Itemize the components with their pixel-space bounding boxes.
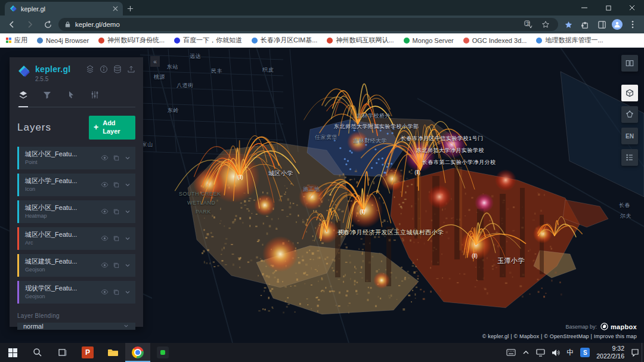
volume-icon[interactable]: [552, 349, 560, 357]
start-button[interactable]: [0, 343, 25, 362]
bookmark-star-icon[interactable]: [539, 18, 552, 31]
bookmark-item[interactable]: 长春净月区CIM基...: [252, 36, 317, 45]
data-table-icon[interactable]: [113, 65, 122, 76]
visibility-toggle-icon[interactable]: [101, 181, 109, 188]
visibility-toggle-icon[interactable]: [101, 208, 109, 215]
display-icon[interactable]: [536, 349, 545, 357]
forward-icon[interactable]: [23, 17, 37, 32]
expand-layer-icon[interactable]: [124, 235, 131, 242]
visibility-toggle-icon[interactable]: [101, 261, 109, 269]
duplicate-layer-icon[interactable]: [113, 262, 120, 269]
search-icon: [33, 348, 42, 357]
close-icon[interactable]: [620, 0, 644, 16]
split-map-button[interactable]: [621, 55, 638, 72]
visibility-toggle-icon[interactable]: [101, 288, 109, 296]
tab-interactions[interactable]: [66, 90, 76, 102]
layer-name: 城区小区_Featu...: [25, 231, 77, 239]
bookmark-label: 地理数据库管理一...: [545, 36, 603, 45]
layer-item[interactable]: 城区建筑_Featu...Geojson: [17, 254, 135, 277]
bookmark-item[interactable]: 神州数码互联网认...: [327, 36, 394, 45]
tab-close-icon[interactable]: [113, 6, 118, 11]
address-bar[interactable]: kepler.gl/demo 文: [58, 18, 558, 31]
bookmark-item[interactable]: Mongo Server: [404, 37, 454, 44]
system-tray: 中 S 9:32 2022/2/16: [506, 343, 642, 362]
visibility-toggle-icon[interactable]: [101, 234, 109, 242]
menu-kebab-icon[interactable]: [626, 18, 639, 31]
powerpoint-button[interactable]: P: [75, 343, 100, 362]
bookmark-label: 百度一下，你就知道: [183, 36, 242, 45]
bookmark-item[interactable]: OGC Indexed 3d...: [463, 37, 527, 44]
apps-label: 应用: [14, 36, 27, 45]
clock-time: 9:32: [596, 345, 624, 352]
taskbar-search-button[interactable]: [25, 343, 50, 362]
starred-icon[interactable]: [562, 18, 575, 31]
extensions-icon[interactable]: [578, 18, 592, 31]
map-attribution[interactable]: © kepler.gl | © Mapbox | © OpenStreetMap…: [482, 333, 637, 339]
touch-keyboard-icon[interactable]: [506, 349, 516, 356]
show-desktop-button[interactable]: [642, 343, 644, 362]
expand-layer-icon[interactable]: [124, 208, 131, 215]
reload-icon[interactable]: [41, 17, 55, 32]
duplicate-layer-icon[interactable]: [113, 289, 120, 296]
draw-polygon-button[interactable]: [621, 106, 638, 123]
layer-item[interactable]: 现状学区_Featu...Geojson: [17, 281, 135, 304]
browser-panel-icon[interactable]: [595, 18, 608, 31]
duplicate-layer-icon[interactable]: [113, 154, 120, 162]
new-tab-button[interactable]: [123, 2, 137, 16]
bookmark-item[interactable]: 地理数据库管理一...: [536, 36, 603, 45]
chrome-button[interactable]: [125, 343, 150, 362]
expand-layer-icon[interactable]: [124, 181, 131, 188]
tray-expand-icon[interactable]: [522, 349, 530, 356]
bookmark-label: Neo4j Browser: [46, 37, 89, 44]
info-icon[interactable]: [100, 65, 108, 76]
mapbox-logo[interactable]: mapbox: [600, 323, 637, 330]
panel-collapse-button[interactable]: «: [150, 56, 160, 67]
maximize-icon[interactable]: [596, 0, 620, 16]
layer-item[interactable]: 城区小区_Featu...Heatmap: [17, 200, 135, 223]
bookmark-label: 长春净月区CIM基...: [261, 36, 317, 45]
duplicate-layer-icon[interactable]: [113, 235, 120, 242]
tab-layers[interactable]: [18, 90, 28, 107]
add-layer-button[interactable]: + Add Layer: [89, 116, 135, 140]
file-explorer-button[interactable]: [100, 343, 125, 362]
svg-text:文: 文: [526, 21, 530, 26]
expand-layer-icon[interactable]: [124, 289, 131, 296]
powerpoint-icon: P: [82, 346, 94, 358]
taskbar-clock[interactable]: 9:32 2022/2/16: [596, 345, 624, 360]
export-icon[interactable]: [127, 65, 135, 76]
apps-shortcut[interactable]: 应用: [6, 36, 27, 45]
bookmark-item[interactable]: 神州数码IT身份统...: [98, 36, 165, 45]
minimize-icon[interactable]: [572, 0, 596, 16]
docs-icon[interactable]: [86, 65, 94, 76]
bookmark-item[interactable]: 百度一下，你就知道: [174, 36, 242, 45]
layer-blending-select[interactable]: normal: [17, 323, 135, 330]
action-center-icon[interactable]: [631, 348, 639, 357]
bookmark-favicon-icon: [404, 38, 410, 44]
input-method-badge[interactable]: S: [580, 348, 590, 357]
visibility-toggle-icon[interactable]: [101, 154, 109, 162]
expand-layer-icon[interactable]: [124, 262, 131, 269]
layer-item[interactable]: 城区小区_Featu...Arc: [17, 227, 135, 250]
back-icon[interactable]: [5, 17, 19, 32]
legend-button[interactable]: [621, 149, 638, 166]
mapbox-icon: [600, 323, 608, 330]
tab-basemap[interactable]: [90, 90, 100, 102]
expand-layer-icon[interactable]: [124, 154, 131, 162]
translate-icon[interactable]: 文: [522, 18, 535, 31]
task-view-button[interactable]: [50, 343, 75, 362]
tab-filters[interactable]: [42, 90, 52, 102]
profile-avatar[interactable]: [612, 19, 623, 30]
duplicate-layer-icon[interactable]: [113, 181, 120, 188]
layer-name: 城区小学_Featu...: [25, 177, 77, 185]
toggle-3d-button[interactable]: [621, 85, 638, 101]
bookmark-item[interactable]: Neo4j Browser: [37, 37, 89, 44]
bookmark-favicon-icon: [252, 38, 258, 44]
pinned-app-button[interactable]: [150, 343, 175, 362]
ime-indicator[interactable]: 中: [566, 348, 574, 358]
browser-tab[interactable]: kepler.gl: [5, 2, 123, 16]
duplicate-layer-icon[interactable]: [113, 208, 120, 215]
mapbox-label: mapbox: [611, 323, 637, 330]
locale-button[interactable]: EN: [621, 128, 638, 144]
layer-item[interactable]: 城区小区_Featu...Point: [17, 147, 135, 169]
layer-item[interactable]: 城区小学_Featu...Icon: [17, 174, 135, 196]
